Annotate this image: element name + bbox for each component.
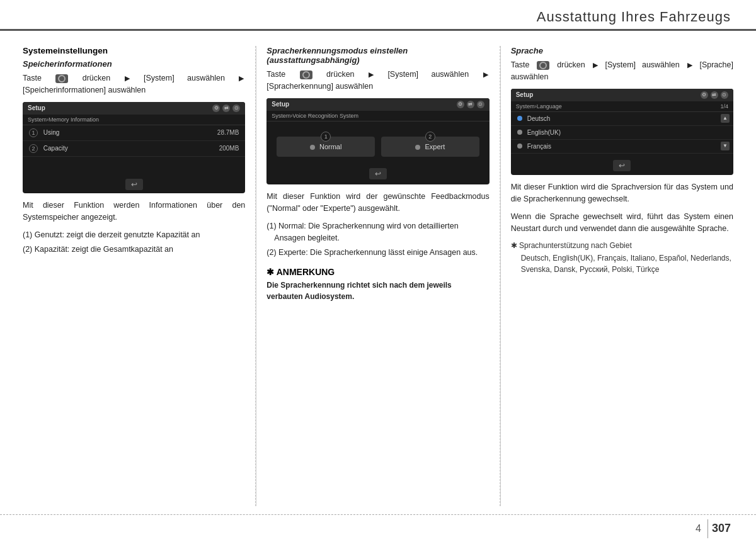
- capacity-label: Capacity: [43, 145, 68, 152]
- vr-screen-icons: ⚙ ⇄ ⊙: [457, 101, 484, 108]
- asterisk-langs: Deutsch, English(UK), Français, Italiano…: [511, 252, 733, 275]
- lang-dot-francais: [517, 144, 522, 149]
- lang-instruction: Taste drücken ▶ [System] auswählen ▶ [Sp…: [511, 59, 733, 84]
- expert-dot: [415, 145, 420, 150]
- vr-screen-breadcrumb: System›Voice Recognition System: [266, 111, 489, 121]
- scroll-down-btn[interactable]: ▼: [721, 142, 730, 150]
- subsection-title-memory: Speicherinformationen: [23, 59, 245, 69]
- voice-instruction: Taste drücken ▶ [System] auswählen ▶ [Sp…: [266, 69, 489, 93]
- row-num-1: 1: [29, 128, 38, 137]
- lang-row-deutsch[interactable]: Deutsch ▲: [511, 112, 733, 126]
- lang-name-deutsch: Deutsch: [527, 115, 551, 122]
- memory-description: Mit dieser Funktion werden Informationen…: [23, 200, 245, 224]
- setup-key-icon: [55, 74, 68, 83]
- note-text: Die Spracherkennung richtet sich nach de…: [266, 279, 489, 302]
- btn-num-1: 1: [321, 132, 331, 142]
- language-screen: Setup ⚙ ⇄ ⊙ System›Language 1/4 Deutsch …: [511, 89, 733, 175]
- arrow4: ▶: [483, 69, 488, 80]
- druecken-label: drücken: [83, 74, 110, 82]
- screen-icons: ⚙ ⇄ ⊙: [212, 104, 240, 112]
- vr-back-row: ↩: [266, 164, 489, 184]
- scroll-up-btn[interactable]: ▲: [721, 114, 730, 123]
- druecken-label-3: drücken: [557, 60, 585, 69]
- list-item-expert: (2) Experte: Die Spracherkennung lässt e…: [266, 247, 489, 259]
- footer-divider: [707, 519, 708, 538]
- list-item-used: (1) Genutzt: zeigt die derzeit genutzte …: [23, 229, 245, 241]
- vr-icon-arrows: ⇄: [467, 101, 474, 108]
- lang-screen-title: Setup: [516, 91, 534, 98]
- arrow5: ▶: [593, 60, 598, 71]
- normal-btn[interactable]: 1 Normal: [277, 137, 375, 157]
- screen-header: Setup ⚙ ⇄ ⊙: [23, 102, 245, 115]
- arrow6: ▶: [687, 60, 692, 71]
- section-title-voice: Spracherkennungsmodus einstellen (aussta…: [266, 46, 489, 65]
- spracherk-label: [Spracherkennung] auswählen: [266, 82, 373, 91]
- asterisk-note: ✱ Sprachunterstützung nach Gebiet Deutsc…: [511, 240, 733, 275]
- screen-row-using: 1 Using 28.7MB: [23, 125, 245, 141]
- capacity-value: 200MB: [219, 145, 239, 152]
- section-title-language: Sprache: [511, 46, 733, 55]
- note-box: ✱ ANMERKUNG Die Spracherkennung richtet …: [266, 267, 489, 302]
- setup-key-icon-3: [537, 61, 549, 70]
- lang-icon-setup: ⚙: [701, 91, 708, 99]
- arrow3: ▶: [369, 69, 374, 80]
- vr-screen-header: Setup ⚙ ⇄ ⊙: [266, 98, 489, 111]
- chapter-number: 4: [696, 523, 701, 534]
- screen-title: Setup: [28, 104, 45, 111]
- system-label-2: [System] auswählen: [387, 70, 469, 79]
- screen-icon-arrows: ⇄: [222, 104, 230, 112]
- lang-icon-cd: ⊙: [721, 91, 728, 99]
- using-label: Using: [43, 129, 60, 136]
- page-number: 307: [712, 522, 731, 535]
- druecken-label-2: drücken: [326, 70, 354, 79]
- taste-label-3: Taste: [511, 60, 530, 69]
- setup-key-icon-2: [300, 71, 312, 79]
- col-language: Sprache Taste drücken ▶ [System] auswähl…: [501, 46, 733, 506]
- col-voice-recognition: Spracherkennungsmodus einstellen (aussta…: [256, 46, 500, 506]
- using-value: 28.7MB: [217, 129, 239, 136]
- lang-icon-arrows: ⇄: [711, 91, 718, 99]
- normal-label: Normal: [319, 143, 341, 150]
- vr-icon-bluetooth: ⚙: [457, 101, 464, 108]
- page-indicator: 1/4: [720, 103, 728, 110]
- back-button-memory[interactable]: ↩: [125, 179, 143, 190]
- asterisk-title: ✱ Sprachunterstützung nach Gebiet: [511, 240, 733, 251]
- system-label: [System] auswählen: [144, 74, 225, 82]
- taste-label: Taste: [23, 74, 42, 82]
- expert-btn[interactable]: 2 Expert: [381, 137, 479, 157]
- lang-row-english[interactable]: English(UK): [511, 126, 733, 140]
- system-label-3: [System] auswählen: [605, 60, 679, 69]
- lang-screen-header: Setup ⚙ ⇄ ⊙: [511, 89, 733, 101]
- normal-dot: [310, 145, 315, 150]
- lang-description-2: Wenn die Sprache gewechselt wird, führt …: [511, 211, 733, 235]
- screen-row-capacity: 2 Capacity 200MB: [23, 141, 245, 157]
- arrow1: ▶: [125, 73, 130, 84]
- footer-page-info: 4 307: [696, 519, 731, 538]
- note-title: ✱ ANMERKUNG: [266, 267, 489, 277]
- header-title: Ausstattung Ihres Fahrzeugs: [537, 9, 731, 25]
- col-system-settings: Systemeinstellungen Speicherinformatione…: [23, 46, 256, 506]
- vr-description: Mit dieser Funktion wird der gewünschte …: [266, 191, 489, 215]
- speicher-label: [Speicherinformationen] auswählen: [23, 86, 146, 94]
- arrow2: ▶: [239, 73, 244, 84]
- back-button-vr[interactable]: ↩: [369, 168, 387, 179]
- main-content: Systemeinstellungen Speicherinformatione…: [0, 31, 756, 512]
- lang-dot-english: [517, 130, 522, 135]
- btn-num-2: 2: [425, 132, 435, 142]
- lang-row-francais[interactable]: Français ▼: [511, 140, 733, 154]
- list-item-normal: (1) Normal: Die Spracherkennung wird von…: [266, 220, 489, 245]
- lang-screen-icons: ⚙ ⇄ ⊙: [701, 91, 728, 99]
- screen-breadcrumb-memory: System›Memory Information: [23, 115, 245, 125]
- lang-name-francais: Français: [527, 143, 551, 150]
- lang-dot-deutsch: [517, 116, 522, 121]
- screen-back-row: ↩: [23, 176, 245, 193]
- screen-icon-cd: ⊙: [232, 104, 240, 112]
- vr-screen-title: Setup: [272, 101, 289, 108]
- voice-recognition-screen: Setup ⚙ ⇄ ⊙ System›Voice Recognition Sys…: [266, 98, 489, 184]
- memory-instruction: Taste drücken ▶ [System] auswählen ▶ [Sp…: [23, 72, 245, 97]
- expert-label: Expert: [425, 143, 445, 150]
- lang-description-1: Mit dieser Funktion wird die Sprachversi…: [511, 181, 733, 206]
- screen-icon-setup: ⚙: [212, 104, 220, 112]
- back-button-lang[interactable]: ↩: [613, 160, 631, 171]
- page-header: Ausstattung Ihres Fahrzeugs: [0, 0, 756, 31]
